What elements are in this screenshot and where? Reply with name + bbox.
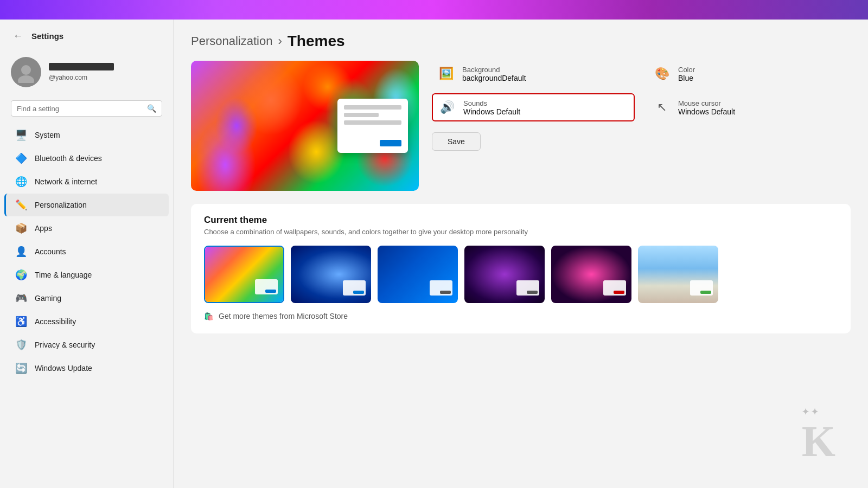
theme-thumb-1-dialog — [255, 279, 278, 294]
store-icon: 🛍️ — [204, 312, 213, 320]
dialog-line-3 — [344, 120, 401, 125]
time-icon: 🌍 — [15, 269, 27, 281]
mouse-cursor-option-text: Mouse cursor Windows Default — [678, 99, 735, 116]
sidebar-label-windows-update: Windows Update — [35, 364, 92, 373]
mouse-cursor-value: Windows Default — [678, 107, 735, 116]
search-input[interactable] — [17, 105, 143, 113]
theme-option-sounds[interactable]: 🔊 Sounds Windows Default — [432, 93, 635, 121]
user-name-redacted — [49, 63, 114, 70]
mouse-cursor-option-icon: ↖ — [652, 98, 672, 117]
user-email: @yahoo.com — [49, 74, 114, 81]
app-container: ← Settings @yahoo.com 🔍 — [0, 20, 868, 488]
sidebar: ← Settings @yahoo.com 🔍 — [0, 20, 174, 488]
theme-thumb-5[interactable] — [551, 246, 631, 303]
breadcrumb-current: Themes — [288, 33, 345, 50]
network-icon: 🌐 — [15, 176, 27, 188]
sidebar-item-windows-update[interactable]: 🔄 Windows Update — [4, 357, 169, 380]
theme-option-background[interactable]: 🖼️ Background backgroundDefault — [432, 61, 635, 87]
sidebar-label-time: Time & language — [35, 271, 92, 279]
theme-settings-panel: 🖼️ Background backgroundDefault 🎨 Color … — [432, 61, 851, 151]
get-more-themes-label: Get more themes from Microsoft Store — [219, 312, 348, 320]
thumb-3-btn — [440, 291, 451, 294]
theme-thumb-1[interactable] — [204, 246, 284, 303]
privacy-icon: 🛡️ — [15, 339, 27, 351]
preview-dialog — [337, 99, 408, 153]
gaming-icon: 🎮 — [15, 292, 27, 304]
sidebar-item-accounts[interactable]: 👤 Accounts — [4, 240, 169, 263]
thumb-6-btn — [700, 291, 711, 294]
sounds-value: Windows Default — [463, 107, 520, 116]
sidebar-label-bluetooth: Bluetooth & devices — [35, 154, 102, 163]
accounts-icon: 👤 — [15, 246, 27, 258]
search-box[interactable]: 🔍 — [11, 100, 162, 117]
sidebar-label-apps: Apps — [35, 224, 52, 233]
bluetooth-icon: 🔷 — [15, 152, 27, 164]
sidebar-label-privacy: Privacy & security — [35, 341, 95, 349]
theme-settings-grid: 🖼️ Background backgroundDefault 🎨 Color … — [432, 61, 851, 121]
sidebar-item-network[interactable]: 🌐 Network & internet — [4, 170, 169, 193]
theme-preview-image — [191, 61, 419, 191]
sidebar-label-system: System — [35, 131, 60, 139]
breadcrumb-parent[interactable]: Personalization — [191, 34, 272, 48]
current-theme-section: Current theme Choose a combination of wa… — [191, 204, 851, 333]
theme-option-mouse-cursor[interactable]: ↖ Mouse cursor Windows Default — [648, 93, 851, 121]
theme-thumb-2[interactable] — [291, 246, 371, 303]
search-container: 🔍 — [0, 96, 173, 123]
color-value: Blue — [678, 74, 695, 82]
user-info: @yahoo.com — [49, 63, 114, 81]
sidebar-item-system[interactable]: 🖥️ System — [4, 124, 169, 146]
theme-thumb-5-dialog — [603, 280, 626, 296]
thumb-1-btn — [265, 290, 276, 293]
sounds-label: Sounds — [463, 99, 520, 107]
sidebar-nav: 🖥️ System 🔷 Bluetooth & devices 🌐 Networ… — [0, 123, 173, 380]
save-button[interactable]: Save — [432, 132, 481, 151]
dialog-line-1 — [344, 105, 401, 110]
svg-point-0 — [21, 65, 31, 75]
theme-thumb-6[interactable] — [638, 246, 718, 303]
sidebar-label-accounts: Accounts — [35, 247, 66, 256]
color-label: Color — [678, 66, 695, 74]
get-more-themes-link[interactable]: 🛍️ Get more themes from Microsoft Store — [204, 303, 838, 323]
avatar — [11, 57, 41, 87]
breadcrumb: Personalization › Themes — [191, 33, 851, 50]
sidebar-label-gaming: Gaming — [35, 294, 61, 303]
theme-option-color[interactable]: 🎨 Color Blue — [648, 61, 851, 87]
background-option-text: Background backgroundDefault — [462, 66, 526, 82]
thumb-2-btn — [353, 291, 364, 294]
system-icon: 🖥️ — [15, 129, 27, 141]
theme-thumb-3[interactable] — [378, 246, 458, 303]
theme-preview-area: 🖼️ Background backgroundDefault 🎨 Color … — [191, 61, 851, 191]
apps-icon: 📦 — [15, 222, 27, 234]
mouse-cursor-label: Mouse cursor — [678, 99, 735, 107]
thumb-4-btn — [527, 291, 538, 294]
sidebar-item-personalization[interactable]: ✏️ Personalization — [4, 194, 169, 216]
user-profile[interactable]: @yahoo.com — [0, 50, 173, 96]
sidebar-label-network: Network & internet — [35, 177, 97, 186]
svg-point-1 — [18, 75, 34, 83]
accessibility-icon: ♿ — [15, 316, 27, 328]
current-theme-title: Current theme — [204, 215, 838, 226]
windows-update-icon: 🔄 — [15, 362, 27, 374]
sidebar-item-privacy[interactable]: 🛡️ Privacy & security — [4, 333, 169, 356]
sounds-option-text: Sounds Windows Default — [463, 99, 520, 116]
theme-thumb-6-dialog — [690, 280, 713, 296]
sidebar-item-gaming[interactable]: 🎮 Gaming — [4, 287, 169, 310]
background-option-icon: 🖼️ — [436, 64, 456, 84]
sidebar-header: ← Settings — [0, 20, 173, 50]
breadcrumb-separator: › — [278, 34, 282, 48]
personalization-icon: ✏️ — [15, 199, 27, 211]
sounds-option-icon: 🔊 — [437, 98, 457, 117]
sidebar-label-personalization: Personalization — [35, 201, 87, 209]
thumb-5-btn — [614, 291, 624, 294]
back-button[interactable]: ← — [11, 28, 25, 44]
current-theme-desc: Choose a combination of wallpapers, soun… — [204, 228, 838, 236]
sidebar-item-accessibility[interactable]: ♿ Accessibility — [4, 310, 169, 333]
search-icon: 🔍 — [147, 104, 156, 113]
background-value: backgroundDefault — [462, 74, 526, 82]
color-option-icon: 🎨 — [652, 64, 672, 84]
sidebar-item-bluetooth[interactable]: 🔷 Bluetooth & devices — [4, 147, 169, 170]
sidebar-item-apps[interactable]: 📦 Apps — [4, 217, 169, 240]
dialog-line-2 — [344, 113, 379, 117]
theme-thumb-4[interactable] — [464, 246, 545, 303]
sidebar-item-time[interactable]: 🌍 Time & language — [4, 264, 169, 286]
